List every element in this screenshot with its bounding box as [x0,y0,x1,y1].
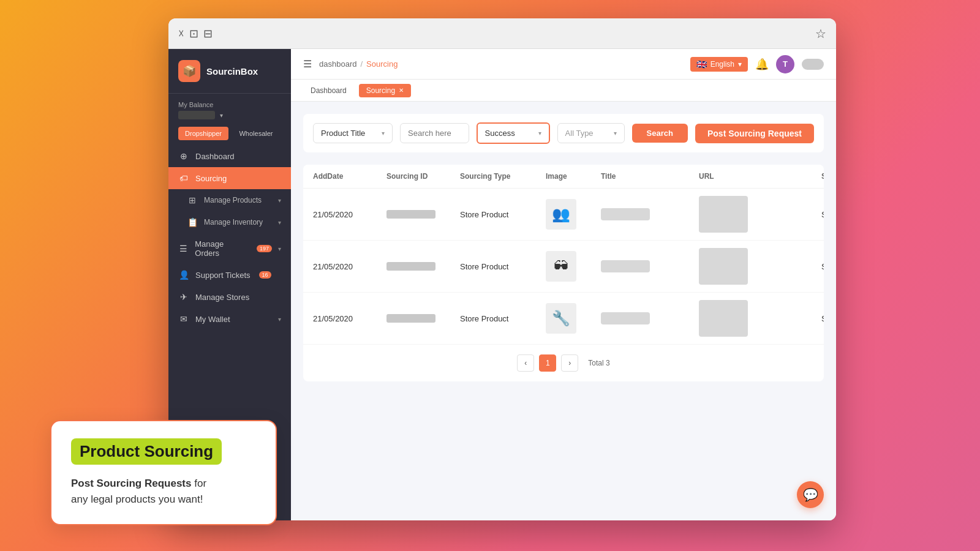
close-icon[interactable]: ☓ [178,27,184,40]
post-sourcing-button[interactable]: Post Sourcing Request [695,124,814,143]
content-area: Product Title ▾ Success ▾ All Type ▾ Sea [291,102,836,520]
sidebar-item-manage-products[interactable]: ⊞ Manage Products ▾ [168,189,291,211]
dashboard-icon: ⊕ [178,151,189,161]
row-date: 21/05/2020 [313,262,386,271]
col-sourcing-type: Sourcing Type [460,172,546,181]
tab-close-icon[interactable]: ✕ [399,87,404,94]
sidebar-item-my-wallet[interactable]: ✉ My Wallet ▾ [168,308,291,330]
sidebar-item-support-tickets[interactable]: 👤 Support Tickets 16 [168,264,291,286]
search-input[interactable] [400,123,469,143]
status-badge: Success [821,210,824,219]
sourcing-id-placeholder [386,210,435,219]
orders-icon: ☰ [178,244,189,253]
language-selector[interactable]: 🇬🇧 English ▾ [690,57,748,72]
type-arrow-icon: ▾ [614,130,617,137]
table-row: 21/05/2020 Store Product 🔧 Success 📋 🗑 [303,293,824,345]
page-1-button[interactable]: 1 [539,354,556,372]
breadcrumb-home[interactable]: dashboard [319,59,356,69]
header-right: 🇬🇧 English ▾ 🔔 T [690,55,824,73]
product-image: 🔧 [546,303,576,334]
tabs-bar: Dashboard Sourcing ✕ [291,80,836,102]
filter-bar: Product Title ▾ Success ▾ All Type ▾ Sea [303,114,824,152]
status-arrow-icon: ▾ [538,130,541,137]
table-row: 21/05/2020 Store Product 🕶 Success 📋 🗑 [303,241,824,293]
url-placeholder [699,248,748,285]
balance-row: ▾ [178,111,281,119]
sidebar-item-label: Manage Stores [195,293,249,302]
sidebar-item-label: Sourcing [195,174,227,183]
status-filter[interactable]: Success ▾ [477,122,550,144]
sidebar-item-dashboard[interactable]: ⊕ Dashboard [168,145,291,167]
row-type: Store Product [460,314,546,323]
logo-icon: 📦 [178,60,200,82]
sourcing-id-placeholder [386,314,435,323]
search-input-wrap [400,123,469,143]
sidebar-item-label: Manage Orders [195,239,248,258]
bookmark-icon[interactable]: ☆ [815,26,826,41]
hamburger-icon[interactable]: ☰ [303,58,312,70]
support-icon: 👤 [178,270,189,280]
sidebar-item-label: Manage Inventory [204,218,263,227]
product-image: 🕶 [546,251,576,282]
main-content: ☰ dashboard / Sourcing 🇬🇧 English ▾ 🔔 T [291,49,836,520]
inventory-icon: 📋 [187,217,198,227]
sourcing-table: AddDate Sourcing ID Sourcing Type Image … [303,165,824,381]
tooltip-bold: Post Sourcing Requests [71,478,191,489]
balance-arrow-icon: ▾ [220,112,223,119]
stores-icon: ✈ [178,292,189,302]
next-page-button[interactable]: › [561,354,578,372]
tab-wholesaler[interactable]: Wholesaler [231,127,281,140]
sidebar-item-label: Manage Products [204,196,262,204]
maximize-icon[interactable]: ⊡ [189,27,198,40]
prev-page-button[interactable]: ‹ [517,354,534,372]
tab-dropshipper[interactable]: Dropshipper [178,127,228,140]
product-title-label: Product Title [321,129,365,138]
orders-badge: 197 [257,245,272,252]
chat-icon: 💬 [803,487,818,502]
col-url: URL [699,172,821,181]
logo-text: SourcinBox [206,66,258,77]
type-label: All Type [565,129,594,138]
tooltip-description: Post Sourcing Requests forany legal prod… [71,476,256,507]
sidebar-balance-section: My Balance ▾ [168,94,291,127]
chevron-down-icon: ▾ [278,197,281,204]
sidebar-item-manage-orders[interactable]: ☰ Manage Orders 197 ▾ [168,233,291,264]
url-placeholder [699,196,748,233]
type-filter[interactable]: All Type ▾ [557,123,625,143]
tickets-badge: 16 [259,271,271,279]
status-badge: Success [821,262,824,271]
col-adddate: AddDate [313,172,386,181]
row-type: Store Product [460,210,546,219]
sourcing-icon: 🏷 [178,173,189,183]
chat-button[interactable]: 💬 [797,481,824,508]
tab-sourcing-label: Sourcing [366,86,395,95]
lang-dropdown-icon: ▾ [738,60,742,69]
tab-dashboard[interactable]: Dashboard [303,84,354,97]
status-label: Success [485,129,515,138]
sidebar-item-sourcing[interactable]: 🏷 Sourcing [168,167,291,189]
col-image: Image [546,172,601,181]
row-type: Store Product [460,262,546,271]
search-button[interactable]: Search [632,124,688,143]
row-date: 21/05/2020 [313,314,386,323]
total-count: Total 3 [588,359,609,367]
table-header: AddDate Sourcing ID Sourcing Type Image … [303,165,824,189]
theme-toggle[interactable] [802,59,824,70]
chevron-down-icon: ▾ [278,316,281,323]
title-placeholder [601,260,650,272]
avatar[interactable]: T [776,55,794,73]
sidebar-item-manage-stores[interactable]: ✈ Manage Stores [168,286,291,308]
breadcrumb: dashboard / Sourcing [319,59,398,69]
product-image: 👥 [546,199,576,230]
sidebar-logo: 📦 SourcinBox [168,49,291,94]
product-title-filter[interactable]: Product Title ▾ [313,123,393,143]
chevron-down-icon: ▾ [278,246,281,252]
sidebar-item-manage-inventory[interactable]: 📋 Manage Inventory ▾ [168,211,291,233]
col-sourcing-id: Sourcing ID [386,172,460,181]
notification-bell-icon[interactable]: 🔔 [755,58,769,71]
minimize-icon[interactable]: ⊟ [203,27,213,40]
user-tabs: Dropshipper Wholesaler [178,127,281,140]
sidebar-item-label: Support Tickets [195,271,251,280]
flag-icon: 🇬🇧 [696,59,707,69]
tab-sourcing[interactable]: Sourcing ✕ [359,84,411,97]
